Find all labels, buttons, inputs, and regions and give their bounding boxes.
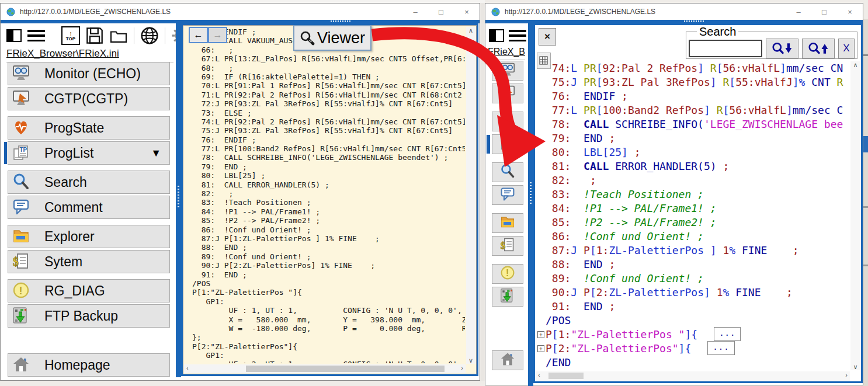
scrollbar-thumb[interactable] — [246, 366, 445, 372]
find-next-button[interactable] — [766, 39, 798, 58]
scroll-down-icon[interactable]: ∨ — [468, 357, 473, 364]
sidebar-item-proglist[interactable]: ProgList▼ — [8, 141, 170, 165]
sidebar-toggle-button[interactable] — [489, 29, 504, 42]
left-browser-window: http://127.0.0.1/MD/LEGE_ZWISCHENLAGE.LS… — [0, 3, 480, 381]
config-file-link[interactable]: FRieX_Browser\FRieX.ini — [6, 48, 173, 62]
scroll-up-icon[interactable]: ∧ — [853, 61, 857, 68]
cgtp-icon — [499, 85, 516, 102]
code-line: P[1:"ZL-PalettierPos "]{ — [192, 288, 465, 297]
ftp-icon — [499, 288, 516, 305]
maximize-button[interactable]: □ — [811, 4, 837, 20]
expand-icon[interactable]: + — [537, 345, 544, 352]
window-url: http://127.0.0.1/MD/LEGE_ZWISCHENLAGE.LS — [505, 8, 655, 16]
sidebar-item-rgdiag[interactable] — [492, 264, 523, 284]
panel-toggle-icon — [489, 29, 504, 42]
back-button[interactable]: ← — [189, 27, 208, 43]
code-line: 79: END ; — [192, 162, 465, 171]
expand-icon[interactable]: + — [537, 331, 544, 338]
program-code[interactable]: 64: ENDIF ; 65: CALL VAKUUM_AUS ; 66: ; … — [192, 27, 465, 363]
sidebar-item-ftp-backup[interactable]: FTP Backup — [8, 304, 170, 328]
viewer-button[interactable]: Viewer — [293, 25, 371, 51]
vertical-scrollbar[interactable]: ∧ ∨ — [850, 61, 860, 370]
sidebar-item-monitor-echo-[interactable]: Monitor (ECHO) — [8, 62, 170, 85]
comment-icon — [12, 198, 32, 217]
code-line: GP1: — [192, 351, 465, 360]
config-file-link[interactable]: FRieX_Browser\FRieX.ini — [488, 47, 525, 60]
search-group: Search X — [686, 25, 857, 59]
left-window-body: ↑TOP FRieX_Browser\FRieX.ini Monitor (EC… — [1, 23, 480, 380]
code-line: 83: !Teach Positionen ; — [192, 198, 465, 207]
sidebar-item-rg-diag[interactable]: RG_DIAG — [8, 279, 170, 302]
code-line: 86: !Conf und Orient! ; — [537, 229, 849, 244]
sidebar-item-ftp[interactable] — [492, 287, 523, 307]
explorer-icon — [12, 227, 32, 246]
clear-search-button[interactable]: X — [838, 39, 855, 58]
sidebar-item-monitor-echo[interactable] — [492, 61, 523, 81]
menu-button[interactable] — [509, 30, 526, 41]
code-line: 76: ENDIF ; — [537, 89, 849, 103]
rgdiag-icon — [12, 281, 32, 300]
sidebar-item-search[interactable]: Search — [8, 171, 170, 194]
horizontal-scrollbar[interactable]: ‹ › — [536, 371, 850, 381]
hamburger-icon — [27, 30, 45, 41]
save-button[interactable] — [86, 27, 103, 44]
scroll-right-icon[interactable]: › — [845, 371, 848, 378]
sidebar-item-progstate[interactable] — [492, 112, 523, 131]
window-titlebar[interactable]: http://127.0.0.1/MD/LEGE_ZWISCHENLAGE.LS… — [1, 4, 480, 20]
sidebar-item-cgtp[interactable] — [492, 84, 523, 103]
splitter[interactable] — [176, 23, 181, 377]
splitter[interactable] — [528, 23, 533, 386]
scroll-right-icon[interactable]: › — [461, 364, 463, 371]
sidebar-item-progstate[interactable]: ProgState — [8, 116, 170, 140]
sidebar-item-sytem[interactable] — [492, 236, 523, 256]
sidebar-item-sytem[interactable]: Sytem — [8, 250, 170, 273]
collapsed-data-button[interactable]: ... — [714, 327, 741, 341]
code-line: 79: END ; — [537, 131, 849, 145]
close-button[interactable]: × — [454, 4, 480, 20]
vertical-scrollbar[interactable]: ∧ ∨ — [466, 27, 475, 364]
sidebar-item-homepage[interactable]: Homepage — [8, 353, 170, 377]
code-line: 82: ; — [537, 173, 849, 187]
code-line: 82: ; — [192, 189, 465, 198]
scroll-down-icon[interactable]: ∨ — [853, 363, 857, 370]
code-line: 80: LBL[25] ; — [537, 145, 849, 159]
find-previous-button[interactable] — [802, 39, 835, 58]
close-button[interactable]: × — [837, 4, 863, 20]
search-input[interactable] — [689, 40, 762, 57]
menu-button[interactable] — [27, 30, 45, 41]
sidebar-item-explorer[interactable]: Explorer — [8, 225, 170, 248]
forward-button[interactable]: → — [208, 27, 227, 43]
code-line: 88: END ; — [192, 243, 465, 252]
sidebar-item-label: CGTP(CGTP) — [44, 91, 128, 107]
close-viewer-button[interactable]: × — [539, 28, 556, 46]
sidebar-item-cgtp-cgtp-[interactable]: CGTP(CGTP) — [8, 87, 170, 110]
splitter-handle-icon[interactable] — [684, 20, 704, 22]
scroll-up-icon[interactable]: ∧ — [468, 27, 473, 34]
maximize-button[interactable]: □ — [428, 4, 454, 20]
code-line: 75:J PR[93:ZL Pal 3RefPos] R[55:vHalfJ]%… — [537, 75, 849, 89]
sidebar-item-comment[interactable]: Comment — [8, 196, 170, 219]
open-button[interactable] — [109, 28, 128, 43]
sidebar-item-search[interactable] — [492, 162, 523, 182]
web-button[interactable] — [140, 26, 159, 45]
sidebar-item-explorer[interactable] — [492, 213, 523, 233]
scroll-left-icon[interactable]: ‹ — [186, 364, 189, 371]
program-code-zoomed[interactable]: 74:L PR[92:Pal 2 RefPos] R[56:vHalfL]mm/… — [537, 61, 849, 370]
sidebar-toggle-button[interactable] — [6, 29, 22, 42]
sytem-icon — [499, 237, 516, 255]
horizontal-scrollbar[interactable]: ‹ › — [184, 364, 466, 373]
collapsed-data-button[interactable]: ... — [707, 341, 734, 355]
scroll-left-icon[interactable]: ‹ — [538, 371, 540, 378]
sidebar-item-home[interactable] — [492, 350, 523, 370]
scrollbar-thumb[interactable] — [548, 373, 584, 379]
code-line: /END — [537, 356, 849, 370]
scroll-top-button[interactable]: ↑TOP — [61, 26, 80, 45]
minimize-button[interactable]: – — [786, 4, 811, 20]
code-line: 87:J P[1:ZL-PalettierPos ] 1% FINE ; — [537, 244, 849, 258]
splitter-handle-icon[interactable] — [331, 20, 350, 22]
code-line: UF : 2, UT : 1, CONFIG : 'N U T, 0, 0, 0… — [192, 360, 465, 363]
sidebar-item-comment[interactable] — [492, 185, 523, 205]
sidebar-item-proglist[interactable]: ▼ — [492, 134, 523, 154]
window-titlebar[interactable]: http://127.0.0.1/MD/LEGE_ZWISCHENLAGE.LS… — [485, 4, 863, 20]
minimize-button[interactable]: – — [402, 4, 428, 20]
